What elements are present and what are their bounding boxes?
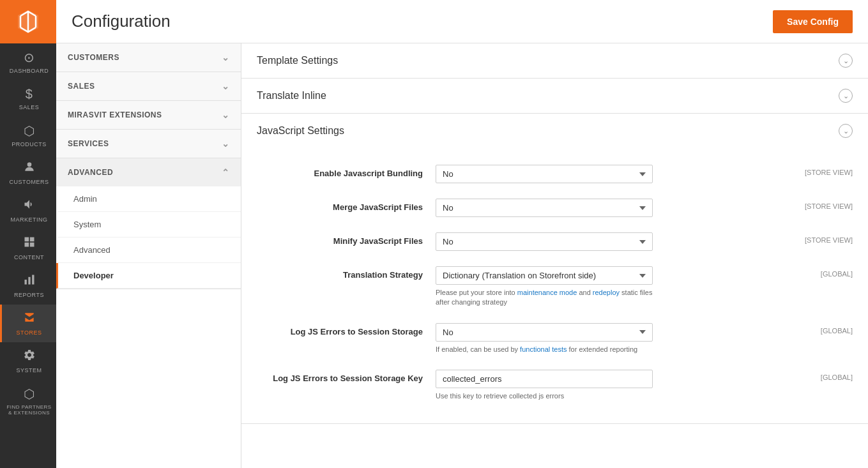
config-row-enable-js-bundling: Enable Javascript Bundling No Yes [STORE… — [241, 158, 868, 190]
sidebar-section-sales-header[interactable]: SALES ⌄ — [56, 72, 241, 100]
nav-item-find[interactable]: ⬡ FIND PARTNERS & EXTENSIONS — [0, 380, 56, 422]
sidebar-section-advanced-header[interactable]: ADVANCED ⌃ — [56, 158, 241, 186]
stores-icon — [23, 311, 36, 327]
maintenance-mode-link[interactable]: maintenance mode — [517, 289, 577, 296]
config-section-javascript-settings: JavaScript Settings ⌄ Enable Javascript … — [241, 114, 868, 424]
nav-label-reports: REPORTS — [14, 292, 44, 298]
svg-rect-6 — [28, 277, 30, 285]
nav-item-customers[interactable]: CUSTOMERS — [0, 154, 56, 192]
enable-js-bundling-select[interactable]: No Yes — [436, 165, 653, 183]
dashboard-icon: ⊙ — [24, 50, 35, 65]
config-section-template-settings: Template Settings ⌄ — [241, 43, 868, 79]
sidebar-item-system[interactable]: System — [56, 212, 241, 238]
logo[interactable] — [0, 0, 56, 43]
advanced-sub-items: Admin System Advanced Developer — [56, 186, 241, 289]
chevron-down-icon: ⌄ — [222, 52, 230, 63]
merge-js-files-select[interactable]: No Yes — [436, 199, 653, 217]
find-icon: ⬡ — [24, 386, 35, 402]
system-icon — [23, 349, 36, 365]
nav-item-marketing[interactable]: MARKETING — [0, 192, 56, 229]
log-js-errors-label: Log JS Errors to Session Storage — [257, 323, 436, 336]
nav-item-products[interactable]: ⬡ PRODUCTS — [0, 117, 56, 154]
log-js-errors-control: No Yes If enabled, can be used by functi… — [436, 323, 776, 354]
merge-js-files-scope: [STORE VIEW] — [776, 199, 853, 210]
svg-rect-1 — [24, 238, 29, 242]
sidebar-section-sales-label: SALES — [68, 82, 95, 91]
collapse-icon: ⌄ — [839, 54, 853, 68]
nav-item-system[interactable]: SYSTEM — [0, 342, 56, 380]
products-icon: ⬡ — [24, 123, 35, 139]
config-section-translate-inline: Translate Inline ⌄ — [241, 79, 868, 114]
log-js-errors-key-scope: [GLOBAL] — [776, 370, 853, 381]
sidebar-section-services-header[interactable]: SERVICES ⌄ — [56, 130, 241, 158]
minify-js-files-scope: [STORE VIEW] — [776, 232, 853, 244]
javascript-settings-title: JavaScript Settings — [257, 125, 344, 137]
merge-js-files-control: No Yes — [436, 199, 776, 217]
config-panel: Template Settings ⌄ Translate Inline ⌄ J… — [241, 43, 868, 468]
svg-rect-3 — [24, 243, 29, 247]
sidebar-item-developer[interactable]: Developer — [56, 263, 241, 289]
sidebar-section-customers: CUSTOMERS ⌄ — [56, 43, 241, 72]
content-icon — [23, 236, 36, 252]
main-wrapper: Configuration Save Config CUSTOMERS ⌄ SA… — [56, 0, 868, 468]
translation-strategy-hint: Please put your store into maintenance m… — [436, 288, 653, 308]
minify-js-files-label: Minify JavaScript Files — [257, 232, 436, 246]
translate-inline-title: Translate Inline — [257, 90, 326, 102]
log-js-errors-key-control: Use this key to retrieve collected js er… — [436, 370, 776, 401]
save-config-button[interactable]: Save Config — [773, 10, 853, 33]
template-settings-title: Template Settings — [257, 55, 338, 66]
sidebar-section-mirasvit-label: MIRASVIT EXTENSIONS — [68, 110, 162, 119]
secondary-sidebar: CUSTOMERS ⌄ SALES ⌄ MIRASVIT EXTENSIONS … — [56, 43, 241, 468]
svg-rect-4 — [29, 243, 34, 247]
sidebar-section-customers-header[interactable]: CUSTOMERS ⌄ — [56, 43, 241, 72]
config-row-log-js-errors: Log JS Errors to Session Storage No Yes … — [241, 317, 868, 361]
chevron-up-icon: ⌃ — [222, 167, 230, 177]
redeploy-link[interactable]: redeploy — [593, 289, 620, 296]
enable-js-bundling-control: No Yes — [436, 165, 776, 183]
customers-icon — [23, 160, 36, 176]
chevron-down-icon: ⌄ — [222, 110, 230, 120]
log-js-errors-key-label: Log JS Errors to Session Storage Key — [257, 370, 436, 383]
translation-strategy-label: Translation Strategy — [257, 266, 436, 280]
sidebar-section-services-label: SERVICES — [68, 139, 109, 148]
page-title: Configuration — [72, 11, 171, 31]
log-js-errors-scope: [GLOBAL] — [776, 323, 853, 335]
translation-strategy-scope: [GLOBAL] — [776, 266, 853, 278]
nav-item-dashboard[interactable]: ⊙ DASHBOARD — [0, 43, 56, 80]
nav-label-find: FIND PARTNERS & EXTENSIONS — [4, 404, 54, 416]
log-js-errors-key-input[interactable] — [436, 370, 653, 388]
functional-tests-link[interactable]: functional tests — [520, 345, 567, 353]
sidebar-item-admin[interactable]: Admin — [56, 186, 241, 212]
top-header: Configuration Save Config — [56, 0, 868, 43]
sidebar-section-mirasvit-header[interactable]: MIRASVIT EXTENSIONS ⌄ — [56, 101, 241, 129]
collapse-icon: ⌄ — [839, 124, 853, 138]
nav-label-stores: STORES — [17, 329, 42, 336]
marketing-icon — [23, 198, 36, 214]
config-section-template-settings-header[interactable]: Template Settings ⌄ — [241, 43, 868, 78]
sidebar-section-mirasvit: MIRASVIT EXTENSIONS ⌄ — [56, 101, 241, 130]
nav-item-reports[interactable]: REPORTS — [0, 267, 56, 305]
svg-rect-5 — [24, 280, 26, 285]
nav-label-dashboard: DASHBOARD — [10, 68, 49, 74]
sidebar-section-customers-label: CUSTOMERS — [68, 53, 119, 62]
reports-icon — [23, 273, 36, 289]
enable-js-bundling-scope: [STORE VIEW] — [776, 165, 853, 176]
minify-js-files-select[interactable]: No Yes — [436, 232, 653, 251]
sidebar-section-sales: SALES ⌄ — [56, 72, 241, 101]
merge-js-files-label: Merge JavaScript Files — [257, 199, 436, 212]
nav-item-content[interactable]: CONTENT — [0, 229, 56, 267]
nav-label-system: SYSTEM — [16, 367, 42, 374]
log-js-errors-select[interactable]: No Yes — [436, 323, 653, 342]
sidebar-item-advanced[interactable]: Advanced — [56, 238, 241, 263]
config-row-merge-js-files: Merge JavaScript Files No Yes [STORE VIE… — [241, 192, 868, 223]
config-section-translate-inline-header[interactable]: Translate Inline ⌄ — [241, 79, 868, 113]
sales-icon: $ — [26, 87, 33, 102]
nav-item-sales[interactable]: $ SALES — [0, 80, 56, 117]
nav-item-stores[interactable]: STORES — [0, 305, 56, 342]
enable-js-bundling-label: Enable Javascript Bundling — [257, 165, 436, 178]
log-js-errors-hint: If enabled, can be used by functional te… — [436, 345, 653, 354]
config-section-javascript-settings-header[interactable]: JavaScript Settings ⌄ — [241, 114, 868, 148]
translation-strategy-select[interactable]: Dictionary (Translation on Storefront si… — [436, 266, 653, 285]
nav-label-marketing: MARKETING — [10, 216, 47, 223]
config-row-minify-js-files: Minify JavaScript Files No Yes [STORE VI… — [241, 226, 868, 257]
